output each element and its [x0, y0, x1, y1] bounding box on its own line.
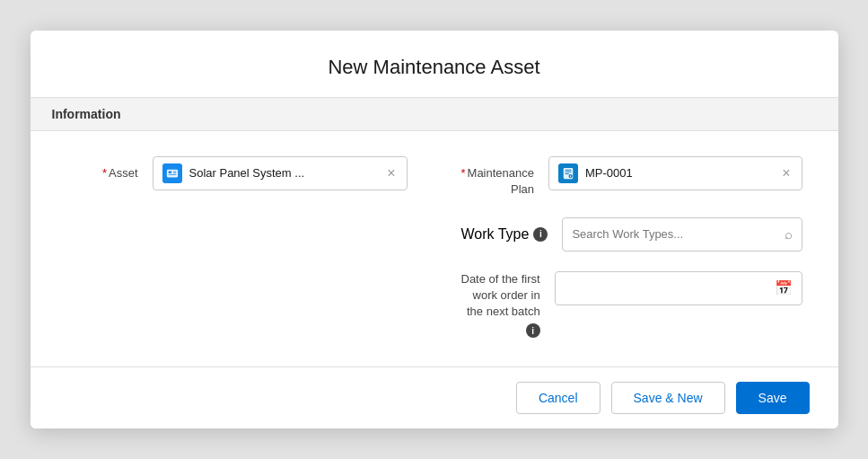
save-button[interactable]: Save [736, 382, 810, 414]
date-info-row: i [461, 323, 540, 338]
work-type-label: Work Type i [461, 217, 548, 243]
asset-value: Solar Panel System ... [189, 166, 379, 180]
mp-required-star: * [461, 166, 466, 180]
maintenance-plan-row: *MaintenancePlan [461, 156, 802, 198]
svg-rect-7 [566, 171, 572, 172]
asset-svg-icon [166, 167, 179, 180]
asset-icon [162, 163, 182, 183]
maintenance-plan-label: *MaintenancePlan [461, 156, 535, 198]
date-field-wrapper: 📅 [555, 271, 802, 305]
svg-rect-11 [570, 176, 571, 177]
svg-rect-4 [168, 173, 176, 174]
form-body: *Asset [31, 131, 838, 367]
date-label: Date of the firstwork order inthe next b… [461, 271, 540, 321]
calendar-icon[interactable]: 📅 [775, 279, 793, 296]
work-type-row: Work Type i ⌕ [461, 217, 802, 252]
svg-rect-8 [566, 173, 569, 174]
asset-label: *Asset [66, 156, 138, 181]
dialog-title: New Maintenance Asset [31, 31, 838, 97]
svg-rect-6 [566, 169, 572, 170]
asset-required-star: * [102, 166, 107, 180]
mp-label-text: MaintenancePlan [468, 166, 534, 196]
work-type-info-icon[interactable]: i [533, 227, 548, 242]
right-column: *MaintenancePlan [461, 156, 802, 346]
svg-rect-3 [172, 172, 176, 173]
work-type-field-wrapper: ⌕ [562, 217, 802, 252]
mp-icon [558, 163, 578, 183]
svg-rect-1 [168, 171, 171, 173]
mp-value: MP-0001 [585, 166, 773, 180]
date-input[interactable] [565, 281, 769, 295]
save-new-button[interactable]: Save & New [611, 382, 725, 414]
mp-svg-icon [562, 167, 574, 180]
mp-field-wrapper: MP-0001 × [548, 156, 802, 190]
date-info-icon[interactable]: i [526, 323, 540, 338]
date-label-col: Date of the firstwork order inthe next b… [461, 271, 540, 339]
mp-clear-button[interactable]: × [780, 166, 792, 181]
work-type-input[interactable] [572, 227, 778, 241]
asset-row: *Asset [66, 156, 408, 190]
mp-lookup-field[interactable]: MP-0001 × [548, 156, 802, 190]
dialog-footer: Cancel Save & New Save [31, 366, 838, 428]
work-type-search-field[interactable]: ⌕ [562, 217, 802, 252]
section-header: Information [31, 97, 838, 131]
dialog-overlay: New Maintenance Asset Information *Asset [0, 0, 868, 459]
asset-lookup-field[interactable]: Solar Panel System ... × [153, 156, 408, 190]
svg-rect-0 [166, 169, 177, 177]
svg-rect-10 [570, 175, 571, 176]
date-label-text: Date of the firstwork order inthe next b… [461, 272, 540, 318]
work-type-label-text: Work Type [461, 226, 530, 243]
date-field[interactable]: 📅 [555, 271, 802, 305]
cancel-button[interactable]: Cancel [516, 382, 601, 414]
search-icon: ⌕ [785, 226, 793, 242]
asset-field-wrapper: Solar Panel System ... × [153, 156, 408, 190]
left-column: *Asset [66, 156, 408, 346]
date-row: Date of the firstwork order inthe next b… [461, 271, 802, 339]
svg-rect-2 [172, 171, 176, 172]
asset-clear-button[interactable]: × [385, 166, 397, 181]
dialog: New Maintenance Asset Information *Asset [31, 31, 838, 429]
